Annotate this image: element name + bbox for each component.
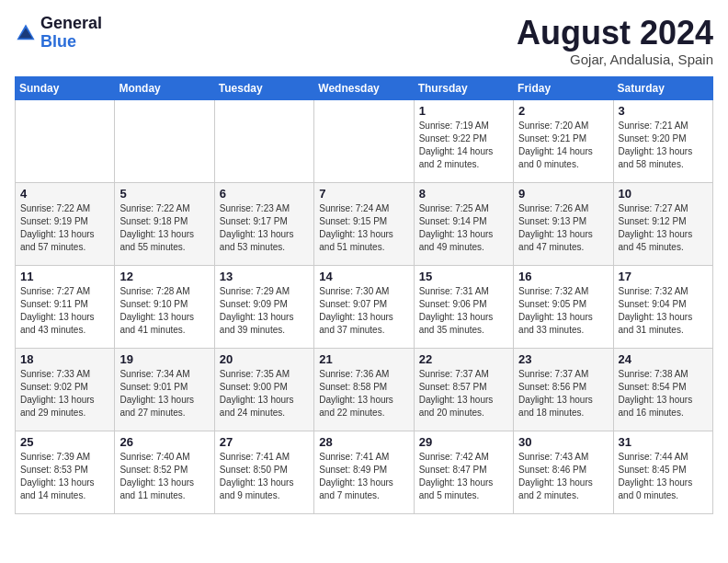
day-info: Sunrise: 7:39 AM Sunset: 8:53 PM Dayligh…	[20, 451, 109, 502]
day-info: Sunrise: 7:22 AM Sunset: 9:18 PM Dayligh…	[119, 202, 209, 254]
calendar-week-row: 4Sunrise: 7:22 AM Sunset: 9:19 PM Daylig…	[16, 182, 713, 265]
calendar-header: SundayMondayTuesdayWednesdayThursdayFrid…	[16, 76, 713, 99]
calendar-body: 1Sunrise: 7:19 AM Sunset: 9:22 PM Daylig…	[16, 99, 713, 513]
day-info: Sunrise: 7:36 AM Sunset: 8:58 PM Dayligh…	[319, 368, 408, 419]
calendar-cell: 26Sunrise: 7:40 AM Sunset: 8:52 PM Dayli…	[115, 431, 214, 513]
calendar-cell: 24Sunrise: 7:38 AM Sunset: 8:54 PM Dayli…	[613, 348, 712, 431]
weekday-header: Monday	[115, 76, 214, 99]
weekday-header: Thursday	[414, 76, 513, 99]
calendar-week-row: 25Sunrise: 7:39 AM Sunset: 8:53 PM Dayli…	[16, 431, 713, 513]
day-number: 26	[119, 435, 209, 449]
day-info: Sunrise: 7:28 AM Sunset: 9:10 PM Dayligh…	[119, 285, 209, 337]
day-number: 14	[319, 270, 408, 283]
day-number: 4	[20, 187, 109, 201]
day-info: Sunrise: 7:19 AM Sunset: 9:22 PM Dayligh…	[419, 120, 508, 171]
calendar-cell: 19Sunrise: 7:34 AM Sunset: 9:01 PM Dayli…	[115, 348, 214, 431]
day-info: Sunrise: 7:40 AM Sunset: 8:52 PM Dayligh…	[119, 451, 209, 502]
weekday-header: Saturday	[613, 76, 712, 99]
day-number: 1	[419, 104, 508, 118]
day-info: Sunrise: 7:31 AM Sunset: 9:06 PM Dayligh…	[419, 285, 508, 337]
calendar-cell: 9Sunrise: 7:26 AM Sunset: 9:13 PM Daylig…	[514, 182, 613, 265]
calendar-cell: 10Sunrise: 7:27 AM Sunset: 9:12 PM Dayli…	[613, 182, 712, 265]
calendar-cell: 3Sunrise: 7:21 AM Sunset: 9:20 PM Daylig…	[613, 99, 712, 182]
day-number: 12	[119, 270, 209, 283]
calendar-cell: 31Sunrise: 7:44 AM Sunset: 8:45 PM Dayli…	[613, 431, 712, 513]
calendar-cell: 6Sunrise: 7:23 AM Sunset: 9:17 PM Daylig…	[214, 182, 313, 265]
day-number: 10	[619, 187, 708, 201]
day-number: 8	[419, 187, 508, 201]
page-header: General Blue August 2024 Gojar, Andalusi…	[15, 15, 713, 67]
day-info: Sunrise: 7:32 AM Sunset: 9:05 PM Dayligh…	[518, 285, 608, 337]
calendar-cell: 15Sunrise: 7:31 AM Sunset: 9:06 PM Dayli…	[414, 265, 513, 348]
day-number: 27	[220, 435, 309, 449]
day-info: Sunrise: 7:41 AM Sunset: 8:50 PM Dayligh…	[220, 451, 309, 502]
day-number: 29	[419, 435, 508, 449]
day-number: 3	[619, 104, 708, 118]
day-info: Sunrise: 7:37 AM Sunset: 8:57 PM Dayligh…	[419, 368, 508, 419]
calendar-cell: 8Sunrise: 7:25 AM Sunset: 9:14 PM Daylig…	[414, 182, 513, 265]
calendar-cell: 7Sunrise: 7:24 AM Sunset: 9:15 PM Daylig…	[314, 182, 414, 265]
day-number: 7	[319, 187, 408, 201]
calendar-cell: 25Sunrise: 7:39 AM Sunset: 8:53 PM Dayli…	[16, 431, 115, 513]
calendar-cell: 4Sunrise: 7:22 AM Sunset: 9:19 PM Daylig…	[16, 182, 115, 265]
day-info: Sunrise: 7:24 AM Sunset: 9:15 PM Dayligh…	[319, 202, 408, 254]
weekday-row: SundayMondayTuesdayWednesdayThursdayFrid…	[16, 76, 713, 99]
calendar-cell: 14Sunrise: 7:30 AM Sunset: 9:07 PM Dayli…	[314, 265, 414, 348]
day-number: 30	[518, 435, 608, 449]
day-info: Sunrise: 7:29 AM Sunset: 9:09 PM Dayligh…	[220, 285, 309, 337]
day-info: Sunrise: 7:27 AM Sunset: 9:12 PM Dayligh…	[619, 202, 708, 254]
day-info: Sunrise: 7:42 AM Sunset: 8:47 PM Dayligh…	[419, 451, 508, 502]
day-info: Sunrise: 7:37 AM Sunset: 8:56 PM Dayligh…	[518, 368, 608, 419]
location: Gojar, Andalusia, Spain	[517, 52, 713, 67]
day-number: 21	[319, 352, 408, 366]
day-info: Sunrise: 7:41 AM Sunset: 8:49 PM Dayligh…	[319, 451, 408, 502]
calendar-week-row: 11Sunrise: 7:27 AM Sunset: 9:11 PM Dayli…	[16, 265, 713, 348]
calendar-cell: 5Sunrise: 7:22 AM Sunset: 9:18 PM Daylig…	[115, 182, 214, 265]
day-number: 11	[20, 270, 109, 283]
day-info: Sunrise: 7:32 AM Sunset: 9:04 PM Dayligh…	[619, 285, 708, 337]
calendar-cell: 2Sunrise: 7:20 AM Sunset: 9:21 PM Daylig…	[514, 99, 613, 182]
calendar-week-row: 1Sunrise: 7:19 AM Sunset: 9:22 PM Daylig…	[16, 99, 713, 182]
day-info: Sunrise: 7:27 AM Sunset: 9:11 PM Dayligh…	[20, 285, 109, 337]
month-title: August 2024	[517, 15, 713, 52]
day-number: 2	[518, 104, 608, 118]
calendar-cell: 18Sunrise: 7:33 AM Sunset: 9:02 PM Dayli…	[16, 348, 115, 431]
day-info: Sunrise: 7:30 AM Sunset: 9:07 PM Dayligh…	[319, 285, 408, 337]
calendar-cell: 27Sunrise: 7:41 AM Sunset: 8:50 PM Dayli…	[214, 431, 313, 513]
calendar-cell: 17Sunrise: 7:32 AM Sunset: 9:04 PM Dayli…	[613, 265, 712, 348]
day-number: 28	[319, 435, 408, 449]
calendar-cell: 11Sunrise: 7:27 AM Sunset: 9:11 PM Dayli…	[16, 265, 115, 348]
day-number: 24	[619, 352, 708, 366]
day-number: 6	[220, 187, 309, 201]
calendar-cell: 30Sunrise: 7:43 AM Sunset: 8:46 PM Dayli…	[514, 431, 613, 513]
day-number: 31	[619, 435, 708, 449]
calendar-cell	[16, 99, 115, 182]
day-number: 15	[419, 270, 508, 283]
calendar-cell: 23Sunrise: 7:37 AM Sunset: 8:56 PM Dayli…	[514, 348, 613, 431]
weekday-header: Wednesday	[314, 76, 414, 99]
calendar-cell	[314, 99, 414, 182]
logo-text: General Blue	[40, 15, 102, 52]
day-info: Sunrise: 7:33 AM Sunset: 9:02 PM Dayligh…	[20, 368, 109, 419]
day-info: Sunrise: 7:43 AM Sunset: 8:46 PM Dayligh…	[518, 451, 608, 502]
logo-general: General	[40, 15, 102, 33]
calendar-cell	[115, 99, 214, 182]
calendar-table: SundayMondayTuesdayWednesdayThursdayFrid…	[15, 76, 713, 514]
calendar-cell: 20Sunrise: 7:35 AM Sunset: 9:00 PM Dayli…	[214, 348, 313, 431]
calendar-cell: 16Sunrise: 7:32 AM Sunset: 9:05 PM Dayli…	[514, 265, 613, 348]
calendar-cell: 21Sunrise: 7:36 AM Sunset: 8:58 PM Dayli…	[314, 348, 414, 431]
day-number: 9	[518, 187, 608, 201]
day-number: 16	[518, 270, 608, 283]
day-number: 20	[220, 352, 309, 366]
title-area: August 2024 Gojar, Andalusia, Spain	[517, 15, 713, 67]
calendar-cell: 28Sunrise: 7:41 AM Sunset: 8:49 PM Dayli…	[314, 431, 414, 513]
day-info: Sunrise: 7:22 AM Sunset: 9:19 PM Dayligh…	[20, 202, 109, 254]
calendar-cell	[214, 99, 313, 182]
day-info: Sunrise: 7:20 AM Sunset: 9:21 PM Dayligh…	[518, 120, 608, 171]
calendar-cell: 12Sunrise: 7:28 AM Sunset: 9:10 PM Dayli…	[115, 265, 214, 348]
day-number: 19	[119, 352, 209, 366]
calendar-cell: 29Sunrise: 7:42 AM Sunset: 8:47 PM Dayli…	[414, 431, 513, 513]
day-number: 25	[20, 435, 109, 449]
logo: General Blue	[15, 15, 102, 52]
logo-blue: Blue	[40, 33, 102, 52]
